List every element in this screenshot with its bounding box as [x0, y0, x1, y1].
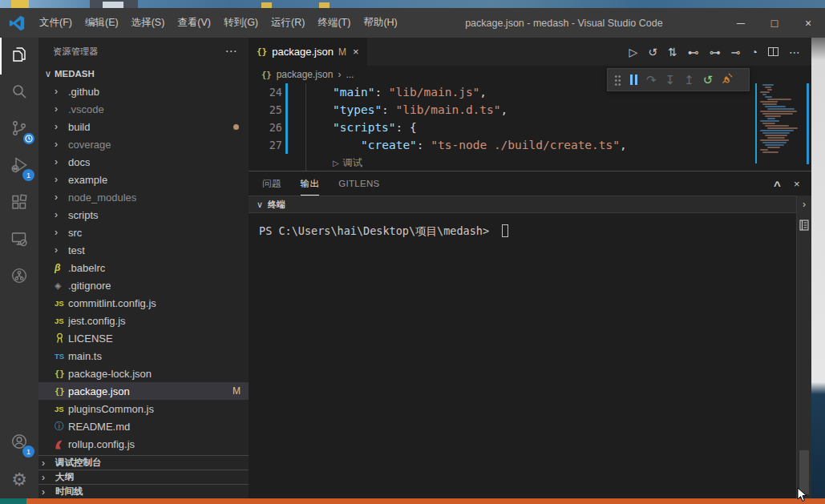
titlebar: 文件(F)编辑(E)选择(S)查看(V)转到(G)运行(R)终端(T)帮助(H)…: [0, 8, 825, 38]
breadcrumb-more[interactable]: ...: [346, 69, 354, 80]
code-line-26[interactable]: 26"scripts": {: [249, 119, 811, 136]
git-compare-button[interactable]: ⇅: [668, 46, 677, 58]
codelens-debug[interactable]: ▷调试: [249, 154, 811, 171]
menu-item-6[interactable]: 终端(T): [311, 8, 357, 38]
tree-item-.vscode[interactable]: ›.vscode: [38, 100, 249, 118]
editor-group: {} package.json M × ▷↺⇅⊷⊶⊸◔⋯ {} package.…: [249, 38, 811, 498]
panel-tab-问题[interactable]: 问题: [262, 171, 281, 196]
tree-item-package-lock.json[interactable]: {}package-lock.json: [38, 365, 249, 382]
activity-item-remote-explorer[interactable]: [0, 222, 38, 259]
close-panel-button[interactable]: ×: [794, 178, 800, 190]
tab-package-json[interactable]: {} package.json M ×: [249, 38, 367, 66]
activity-item-search[interactable]: [0, 75, 38, 111]
tree-item-example[interactable]: ›example: [38, 171, 249, 188]
pause-button[interactable]: [630, 75, 637, 85]
wallpaper-detail: [103, 2, 123, 8]
activity-item-settings[interactable]: ⚙: [0, 462, 38, 498]
tree-item-package.json[interactable]: {}package.jsonM: [38, 382, 249, 400]
tree-item-pluginsCommon.js[interactable]: JSpluginsCommon.js: [38, 400, 249, 417]
tree-item-main.ts[interactable]: TSmain.ts: [38, 347, 249, 365]
json-file-icon: {}: [55, 386, 68, 396]
history-button[interactable]: ↺: [648, 46, 657, 58]
tree-item-test[interactable]: ›test: [38, 241, 249, 259]
sidebar-section-大纲[interactable]: ›大纲: [38, 470, 249, 484]
sidebar-section-时间线[interactable]: ›时间线: [38, 484, 249, 498]
minimize-button[interactable]: ─: [724, 8, 758, 38]
menu-item-3[interactable]: 查看(V): [171, 8, 217, 38]
chevron-right-icon[interactable]: ›: [803, 196, 806, 213]
activity-item-account[interactable]: 1: [0, 425, 38, 462]
open-next-change-button[interactable]: ⊸: [731, 46, 741, 58]
menu-item-7[interactable]: 帮助(H): [357, 8, 403, 38]
gitlens-button[interactable]: ◔: [751, 46, 758, 58]
modified-badge: M: [233, 385, 241, 397]
activity-item-extensions[interactable]: [0, 185, 38, 222]
tree-item-node_modules[interactable]: ›node_modules: [38, 188, 249, 206]
js-file-icon: JS: [55, 299, 68, 308]
tree-item-commitlint.config.js[interactable]: JScommitlint.config.js: [38, 294, 249, 312]
code-editor[interactable]: 24"main": "lib/main.js",25"types": "lib/…: [249, 83, 811, 171]
run-button[interactable]: ▷: [629, 46, 638, 58]
panel-tab-GITLENS[interactable]: GITLENS: [338, 171, 379, 196]
menu-item-2[interactable]: 选择(S): [125, 8, 172, 38]
menu-item-0[interactable]: 文件(F): [33, 8, 79, 38]
tree-item-.github[interactable]: ›.github: [38, 83, 249, 100]
menu-item-1[interactable]: 编辑(E): [79, 8, 125, 38]
activity-item-source-control[interactable]: [0, 111, 38, 148]
close-button[interactable]: ×: [791, 8, 825, 38]
tree-item-rollup.config.js[interactable]: rollup.config.js: [38, 435, 249, 453]
open-change-button[interactable]: ⊶: [710, 46, 721, 58]
activity-item-gitlens[interactable]: [0, 259, 38, 296]
terminal-list-icon[interactable]: [799, 220, 809, 234]
ts-file-icon: TS: [55, 352, 68, 361]
drag-handle[interactable]: [614, 75, 621, 86]
step-over-button[interactable]: ↷: [646, 74, 657, 86]
close-tab-icon[interactable]: ×: [353, 46, 359, 58]
minimap[interactable]: [757, 83, 808, 167]
sidebar-explorer: 资源管理器 ⋯ ∨ MEDASH ›.github›.vscode›build›…: [38, 38, 249, 498]
breadcrumb-file[interactable]: package.json: [277, 69, 334, 80]
code-line-27[interactable]: 27"create": "ts-node ./build/create.ts",: [249, 136, 811, 154]
babel-file-icon: β: [55, 262, 68, 273]
tree-item-LICENSE[interactable]: LICENSE: [38, 329, 249, 347]
tree-item-.babelrc[interactable]: β.babelrc: [38, 259, 249, 276]
chevron-right-icon: ›: [55, 103, 68, 115]
terminal[interactable]: PS C:\Users\hai\Desktop\项目\medash>: [249, 213, 811, 498]
menu-item-5[interactable]: 运行(R): [265, 8, 311, 38]
disconnect-button[interactable]: [722, 72, 734, 87]
sidebar-section-调试控制台[interactable]: ›调试控制台: [38, 455, 249, 470]
activity-item-run-debug[interactable]: 1: [0, 148, 38, 185]
open-previous-change-button[interactable]: ⊷: [688, 46, 699, 58]
file-name: rollup.config.js: [68, 438, 135, 450]
tree-item-.gitignore[interactable]: ◈.gitignore: [38, 276, 249, 294]
menu-item-4[interactable]: 转到(G): [217, 8, 265, 38]
more-actions-icon[interactable]: ⋯: [225, 44, 237, 58]
tree-root-medash[interactable]: ∨ MEDASH: [38, 65, 249, 83]
terminal-section-header[interactable]: ∨ 终端: [249, 196, 811, 213]
activity-item-explorer[interactable]: [0, 38, 38, 75]
maximize-button[interactable]: □: [758, 8, 791, 38]
settings-icon: ⚙: [11, 471, 27, 489]
terminal-prompt: PS C:\Users\hai\Desktop\项目\medash>: [259, 224, 489, 237]
desktop-wallpaper-right: [811, 38, 825, 498]
tree-item-scripts[interactable]: ›scripts: [38, 206, 249, 224]
tree-item-README.md[interactable]: ⓘREADME.md: [38, 417, 249, 435]
tree-item-jest.config.js[interactable]: JSjest.config.js: [38, 312, 249, 329]
step-out-button[interactable]: ↥: [684, 74, 694, 86]
editor-actions: ▷↺⇅⊷⊶⊸◔⋯: [629, 38, 811, 66]
tree-item-build[interactable]: ›build: [38, 118, 249, 135]
tree-item-src[interactable]: ›src: [38, 224, 249, 241]
maximize-panel-button[interactable]: ^: [774, 179, 781, 192]
panel-tab-输出[interactable]: 输出: [301, 171, 320, 196]
step-into-button[interactable]: ↧: [665, 74, 676, 86]
split-editor-button[interactable]: [768, 47, 778, 56]
code-line-25[interactable]: 25"types": "lib/main.d.ts",: [249, 101, 811, 119]
more-actions-button[interactable]: ⋯: [789, 46, 800, 58]
wallpaper-detail: [319, 2, 330, 8]
tree-item-coverage[interactable]: ›coverage: [38, 135, 249, 153]
activity-bar: 11⚙: [0, 38, 38, 498]
restart-button[interactable]: ↺: [703, 74, 714, 86]
chevron-right-icon: ›: [55, 139, 68, 150]
tree-item-docs[interactable]: ›docs: [38, 153, 249, 171]
code-text: "types": "lib/main.d.ts",: [288, 103, 508, 116]
